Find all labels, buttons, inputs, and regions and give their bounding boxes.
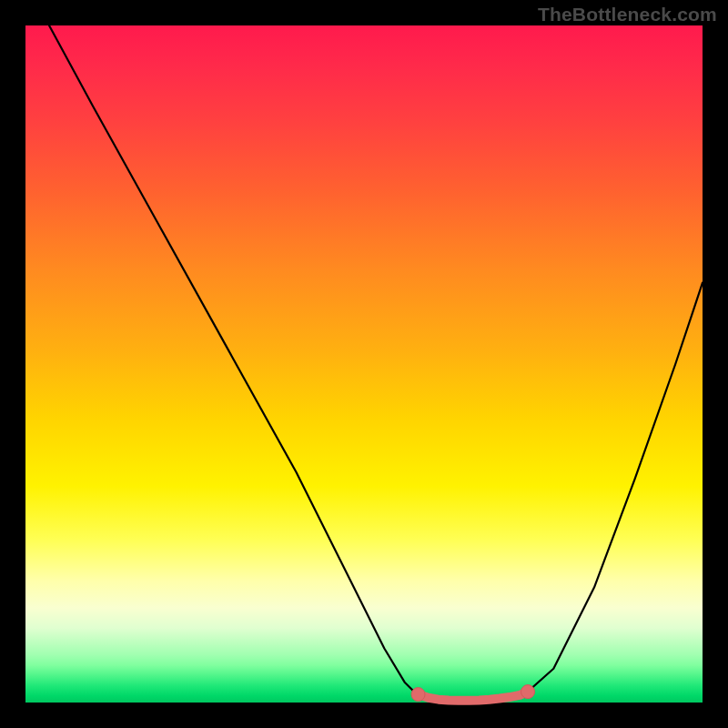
curve-path: [49, 25, 703, 701]
valley-connector: [419, 692, 529, 701]
chart-svg: [25, 25, 703, 703]
bottleneck-curve: [49, 25, 703, 701]
valley-marker-end: [521, 685, 535, 699]
valley-markers: [411, 685, 535, 702]
valley-marker-start: [411, 688, 425, 702]
attribution-text: TheBottleneck.com: [538, 4, 717, 25]
chart-frame: [25, 25, 703, 703]
